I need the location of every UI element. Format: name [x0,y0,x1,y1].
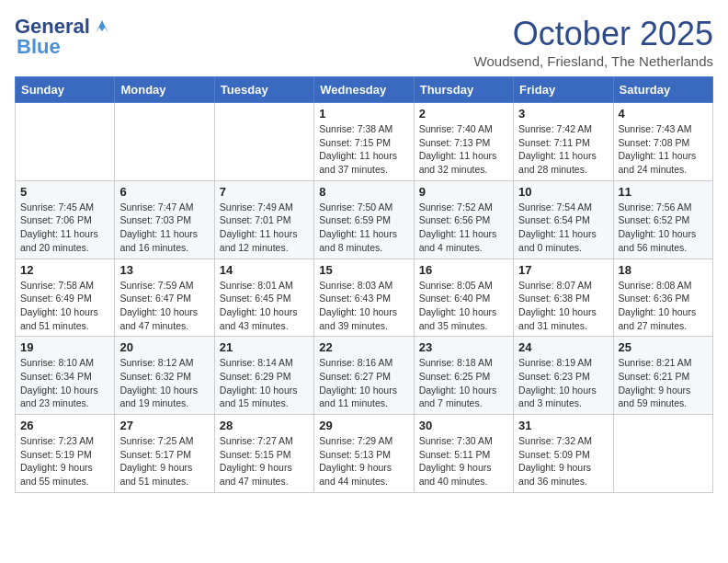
calendar-cell: 12Sunrise: 7:58 AM Sunset: 6:49 PM Dayli… [16,259,115,337]
calendar-cell: 3Sunrise: 7:42 AM Sunset: 7:11 PM Daylig… [514,103,613,181]
svg-marker-0 [96,20,108,33]
day-number: 17 [518,263,608,277]
column-header-friday: Friday [514,77,613,103]
day-number: 18 [619,263,708,277]
calendar-cell: 7Sunrise: 7:49 AM Sunset: 7:01 PM Daylig… [214,180,313,259]
calendar-cell: 8Sunrise: 7:50 AM Sunset: 6:59 PM Daylig… [314,180,414,259]
day-info: Sunrise: 8:21 AM Sunset: 6:21 PM Dayligh… [619,356,708,410]
column-header-monday: Monday [115,77,214,103]
day-number: 24 [518,340,608,354]
logo: General Blue [15,15,112,59]
day-info: Sunrise: 7:49 AM Sunset: 7:01 PM Dayligh… [220,201,309,255]
day-number: 26 [20,419,109,432]
day-info: Sunrise: 7:43 AM Sunset: 7:08 PM Dayligh… [619,122,708,177]
day-number: 1 [319,107,408,121]
calendar-cell: 4Sunrise: 7:43 AM Sunset: 7:08 PM Daylig… [613,103,712,181]
calendar-cell: 19Sunrise: 8:10 AM Sunset: 6:34 PM Dayli… [16,337,115,415]
calendar-cell: 5Sunrise: 7:45 AM Sunset: 7:06 PM Daylig… [16,180,115,259]
day-number: 4 [619,107,708,121]
day-info: Sunrise: 8:14 AM Sunset: 6:29 PM Dayligh… [220,356,309,410]
calendar-week-row: 26Sunrise: 7:23 AM Sunset: 5:19 PM Dayli… [16,415,713,493]
calendar-cell: 18Sunrise: 8:08 AM Sunset: 6:36 PM Dayli… [613,259,712,337]
calendar-cell [214,103,313,181]
day-info: Sunrise: 8:07 AM Sunset: 6:38 PM Dayligh… [518,279,608,333]
day-number: 12 [20,263,109,277]
calendar-cell: 9Sunrise: 7:52 AM Sunset: 6:56 PM Daylig… [414,180,513,259]
day-number: 30 [419,419,508,432]
day-info: Sunrise: 7:27 AM Sunset: 5:15 PM Dayligh… [220,434,309,488]
day-info: Sunrise: 7:23 AM Sunset: 5:19 PM Dayligh… [20,434,109,488]
day-info: Sunrise: 7:56 AM Sunset: 6:52 PM Dayligh… [619,201,708,255]
column-header-saturday: Saturday [613,77,712,103]
calendar-cell: 14Sunrise: 8:01 AM Sunset: 6:45 PM Dayli… [214,259,313,337]
day-number: 22 [319,340,408,354]
calendar-cell: 2Sunrise: 7:40 AM Sunset: 7:13 PM Daylig… [414,103,513,181]
day-info: Sunrise: 8:12 AM Sunset: 6:32 PM Dayligh… [119,356,209,410]
day-number: 7 [220,185,309,199]
day-info: Sunrise: 7:50 AM Sunset: 6:59 PM Dayligh… [319,201,408,255]
calendar-cell: 28Sunrise: 7:27 AM Sunset: 5:15 PM Dayli… [214,415,313,493]
day-number: 31 [518,419,608,432]
day-info: Sunrise: 7:59 AM Sunset: 6:47 PM Dayligh… [119,279,209,333]
calendar-cell: 26Sunrise: 7:23 AM Sunset: 5:19 PM Dayli… [16,415,115,493]
day-number: 20 [119,340,209,354]
day-info: Sunrise: 8:18 AM Sunset: 6:25 PM Dayligh… [419,356,508,410]
day-number: 13 [119,263,209,277]
title-block: October 2025 Woudsend, Friesland, The Ne… [474,15,713,69]
column-header-thursday: Thursday [414,77,513,103]
calendar-cell: 20Sunrise: 8:12 AM Sunset: 6:32 PM Dayli… [115,337,214,415]
day-number: 16 [419,263,508,277]
day-info: Sunrise: 8:05 AM Sunset: 6:40 PM Dayligh… [419,279,508,333]
day-number: 10 [518,185,608,199]
calendar-cell: 29Sunrise: 7:29 AM Sunset: 5:13 PM Dayli… [314,415,414,493]
day-number: 2 [419,107,508,121]
day-number: 14 [220,263,309,277]
calendar-cell: 30Sunrise: 7:30 AM Sunset: 5:11 PM Dayli… [414,415,513,493]
day-number: 8 [319,185,408,199]
day-number: 23 [419,340,508,354]
day-info: Sunrise: 7:42 AM Sunset: 7:11 PM Dayligh… [518,122,608,177]
day-number: 25 [619,340,708,354]
day-info: Sunrise: 8:01 AM Sunset: 6:45 PM Dayligh… [220,279,309,333]
day-number: 3 [518,107,608,121]
day-info: Sunrise: 8:08 AM Sunset: 6:36 PM Dayligh… [619,279,708,333]
day-number: 5 [20,185,109,199]
calendar-cell [16,103,115,181]
logo-icon [92,17,112,37]
calendar-cell: 23Sunrise: 8:18 AM Sunset: 6:25 PM Dayli… [414,337,513,415]
day-info: Sunrise: 8:16 AM Sunset: 6:27 PM Dayligh… [319,356,408,410]
calendar-cell [613,415,712,493]
day-info: Sunrise: 8:19 AM Sunset: 6:23 PM Dayligh… [518,356,608,410]
day-number: 19 [20,340,109,354]
day-number: 21 [220,340,309,354]
calendar-cell [115,103,214,181]
calendar-cell: 27Sunrise: 7:25 AM Sunset: 5:17 PM Dayli… [115,415,214,493]
calendar-cell: 22Sunrise: 8:16 AM Sunset: 6:27 PM Dayli… [314,337,414,415]
day-info: Sunrise: 7:25 AM Sunset: 5:17 PM Dayligh… [119,434,209,488]
calendar-week-row: 12Sunrise: 7:58 AM Sunset: 6:49 PM Dayli… [16,259,713,337]
day-info: Sunrise: 7:40 AM Sunset: 7:13 PM Dayligh… [419,122,508,177]
day-number: 28 [220,419,309,432]
column-header-wednesday: Wednesday [314,77,414,103]
calendar-cell: 6Sunrise: 7:47 AM Sunset: 7:03 PM Daylig… [115,180,214,259]
calendar-cell: 10Sunrise: 7:54 AM Sunset: 6:54 PM Dayli… [514,180,613,259]
calendar-week-row: 1Sunrise: 7:38 AM Sunset: 7:15 PM Daylig… [16,103,713,181]
day-number: 6 [119,185,209,199]
calendar-cell: 16Sunrise: 8:05 AM Sunset: 6:40 PM Dayli… [414,259,513,337]
calendar-cell: 25Sunrise: 8:21 AM Sunset: 6:21 PM Dayli… [613,337,712,415]
calendar-cell: 24Sunrise: 8:19 AM Sunset: 6:23 PM Dayli… [514,337,613,415]
calendar-header-row: SundayMondayTuesdayWednesdayThursdayFrid… [16,77,713,103]
month-title: October 2025 [474,15,713,53]
day-info: Sunrise: 7:52 AM Sunset: 6:56 PM Dayligh… [419,201,508,255]
calendar-cell: 1Sunrise: 7:38 AM Sunset: 7:15 PM Daylig… [314,103,414,181]
day-info: Sunrise: 7:32 AM Sunset: 5:09 PM Dayligh… [518,434,608,488]
day-info: Sunrise: 8:10 AM Sunset: 6:34 PM Dayligh… [20,356,109,410]
day-number: 15 [319,263,408,277]
day-info: Sunrise: 7:45 AM Sunset: 7:06 PM Dayligh… [20,201,109,255]
calendar-cell: 31Sunrise: 7:32 AM Sunset: 5:09 PM Dayli… [514,415,613,493]
day-number: 9 [419,185,508,199]
day-info: Sunrise: 7:29 AM Sunset: 5:13 PM Dayligh… [319,434,408,488]
day-info: Sunrise: 7:54 AM Sunset: 6:54 PM Dayligh… [518,201,608,255]
day-number: 11 [619,185,708,199]
day-number: 29 [319,419,408,432]
